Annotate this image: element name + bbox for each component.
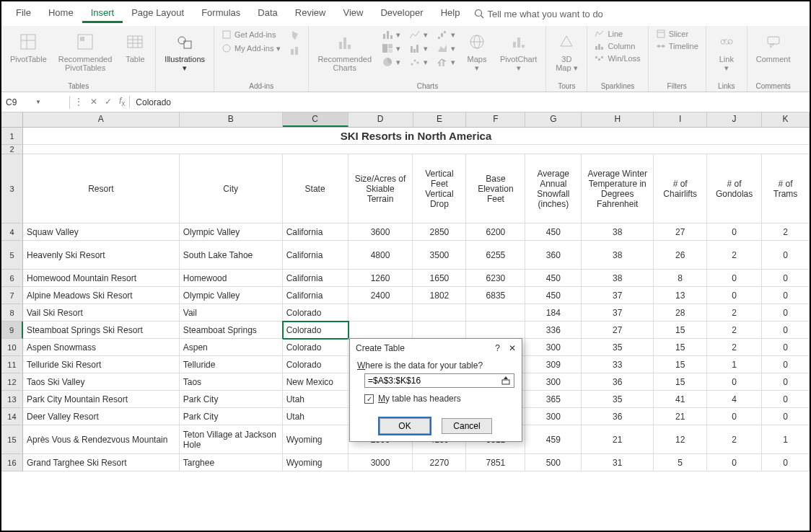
menu-page-layout[interactable]: Page Layout (123, 4, 193, 23)
cell-header[interactable]: Average Annual Snowfall (inches) (525, 154, 582, 223)
cell[interactable]: 5 (654, 454, 707, 471)
row-header-14[interactable]: 14 (1, 408, 23, 425)
cell[interactable]: 450 (525, 287, 582, 304)
cell-empty-2[interactable] (23, 145, 810, 154)
menu-data[interactable]: Data (249, 4, 286, 23)
chart-column-button[interactable]: ▾ (379, 29, 403, 40)
cell[interactable]: 35 (582, 391, 654, 408)
cell[interactable]: 36 (582, 408, 654, 425)
cell[interactable]: Vail (180, 304, 283, 322)
cell[interactable]: Utah (283, 408, 348, 425)
cell[interactable]: 0 (762, 408, 810, 425)
cell[interactable] (413, 304, 466, 322)
cell[interactable]: Telluride Ski Resort (23, 356, 180, 373)
cell[interactable]: 0 (707, 408, 762, 425)
tell-me-search[interactable]: Tell me what you want to do (474, 4, 602, 23)
cell[interactable]: Grand Targhee Ski Resort (23, 454, 180, 471)
cell[interactable]: Deer Valley Resort (23, 408, 180, 425)
cell-header[interactable]: Vertical Feet Vertical Drop (413, 154, 466, 223)
cell[interactable]: 21 (654, 408, 707, 425)
cell-header[interactable]: # of Gondolas (707, 154, 762, 223)
cell[interactable]: 37 (582, 304, 654, 322)
cell[interactable]: 0 (762, 322, 810, 339)
cell[interactable] (348, 304, 413, 322)
cell[interactable]: 3000 (348, 454, 413, 471)
cell[interactable]: Park City (180, 408, 283, 425)
cell[interactable]: 365 (525, 391, 582, 408)
cell[interactable]: Park City (180, 391, 283, 408)
cell[interactable]: 300 (525, 408, 582, 425)
cell[interactable] (348, 322, 413, 339)
cell[interactable]: 31 (582, 454, 654, 471)
sheet-title[interactable]: SKI Resorts in North America (23, 128, 810, 145)
range-picker-button[interactable] (501, 376, 511, 386)
cell[interactable]: 15 (654, 373, 707, 391)
cell[interactable]: 1802 (413, 287, 466, 304)
cell[interactable]: Heavenly Ski Resort (23, 241, 180, 270)
row-header-13[interactable]: 13 (1, 391, 23, 408)
cell[interactable]: New Mexico (283, 373, 348, 391)
cell[interactable]: 35 (582, 339, 654, 356)
cell[interactable]: Alpine Meadows Ski Resort (23, 287, 180, 304)
cell[interactable]: 2270 (413, 454, 466, 471)
menu-file[interactable]: File (7, 4, 40, 23)
cell[interactable]: 0 (762, 373, 810, 391)
cell[interactable]: 38 (582, 223, 654, 241)
cell[interactable]: 6835 (466, 287, 525, 304)
cell[interactable]: Homewood (180, 270, 283, 287)
row-header-6[interactable]: 6 (1, 270, 23, 287)
cell[interactable]: Squaw Valley (23, 223, 180, 241)
cell-header[interactable]: City (180, 154, 283, 223)
cell[interactable]: Taos Ski Valley (23, 373, 180, 391)
3d-map-button[interactable]: 3D Map ▾ (551, 29, 582, 74)
row-header-9[interactable]: 9 (1, 322, 23, 339)
link-button[interactable]: Link▾ (711, 29, 742, 74)
cell[interactable]: 0 (707, 373, 762, 391)
col-header-k[interactable]: K (762, 112, 810, 127)
cell[interactable]: 6200 (466, 223, 525, 241)
cell[interactable]: 2 (707, 339, 762, 356)
cell[interactable]: 1 (762, 425, 810, 454)
cell[interactable]: 0 (707, 223, 762, 241)
chart-stat-button[interactable]: ▾ (406, 43, 431, 54)
row-header-3[interactable]: 3 (1, 154, 23, 223)
row-header-8[interactable]: 8 (1, 304, 23, 322)
cell-header[interactable]: Resort (23, 154, 180, 223)
cell[interactable]: 2 (707, 425, 762, 454)
cell[interactable]: 0 (762, 287, 810, 304)
sparkline-line-button[interactable]: Line (592, 29, 626, 39)
cell[interactable]: Targhee (180, 454, 283, 471)
cell[interactable]: Après Vous & Rendezvous Mountain (23, 425, 180, 454)
col-header-j[interactable]: J (707, 112, 762, 127)
cell[interactable]: Utah (283, 391, 348, 408)
cell[interactable]: 33 (582, 356, 654, 373)
cell[interactable]: Aspen (180, 339, 283, 356)
cell[interactable]: 336 (525, 322, 582, 339)
cell[interactable]: 300 (525, 373, 582, 391)
comment-button[interactable]: Comment (752, 29, 795, 65)
enter-formula-button[interactable]: ✓ (105, 97, 112, 107)
sparkline-winloss-button[interactable]: Win/Loss (592, 53, 643, 63)
cell[interactable]: 15 (654, 322, 707, 339)
cell[interactable]: 6230 (466, 270, 525, 287)
cell[interactable]: 28 (654, 304, 707, 322)
cell[interactable]: California (283, 223, 348, 241)
row-header-1[interactable]: 1 (1, 128, 23, 145)
illustrations-button[interactable]: Illustrations▾ (160, 29, 209, 74)
range-input[interactable] (368, 376, 501, 386)
table-button[interactable]: Table (119, 29, 151, 65)
formula-dropdown[interactable]: ⋮ (74, 97, 83, 107)
cell[interactable]: California (283, 270, 348, 287)
cell[interactable]: 15 (654, 356, 707, 373)
cell-header[interactable]: Base Elevation Feet (466, 154, 525, 223)
cell[interactable]: 500 (525, 454, 582, 471)
formula-input[interactable]: Colorado (130, 96, 810, 109)
cell[interactable]: 3500 (413, 241, 466, 270)
cell[interactable]: 2 (707, 322, 762, 339)
cell[interactable]: 21 (582, 425, 654, 454)
cell[interactable]: Steamboat Springs Ski Resort (23, 322, 180, 339)
menu-review[interactable]: Review (286, 4, 335, 23)
cell[interactable]: 2850 (413, 223, 466, 241)
row-header-11[interactable]: 11 (1, 356, 23, 373)
cell[interactable]: 184 (525, 304, 582, 322)
